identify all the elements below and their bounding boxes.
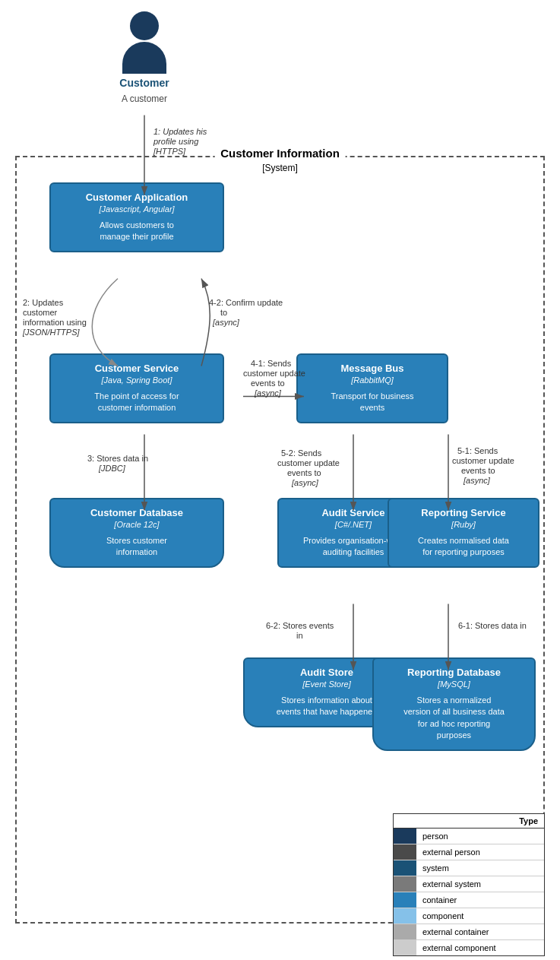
customer-service-box: Customer Service [Java, Spring Boot] The… bbox=[49, 353, 224, 423]
reporting-service-title: Reporting Service bbox=[397, 507, 530, 518]
message-bus-desc: Transport for business events bbox=[305, 391, 439, 414]
legend-color-ext-container bbox=[394, 924, 416, 939]
system-subtitle-text: [System] bbox=[262, 163, 298, 173]
reporting-service-desc: Creates normalised data for reporting pu… bbox=[397, 535, 530, 559]
svg-text:profile using: profile using bbox=[153, 137, 199, 146]
legend-color-system bbox=[394, 860, 416, 876]
legend-label-component: component bbox=[416, 910, 470, 922]
diagram-container: 1: Updates his profile using [HTTPS] 2: … bbox=[0, 0, 560, 960]
customer-app-box: Customer Application [Javascript, Angula… bbox=[49, 182, 224, 252]
customer-service-tech: [Java, Spring Boot] bbox=[59, 375, 215, 385]
system-title-text: Customer Information bbox=[220, 147, 340, 160]
legend-label-ext-system: external system bbox=[416, 878, 487, 890]
legend-label-container: container bbox=[416, 894, 463, 906]
customer-db-box: Customer Database [Oracle 12c] Stores cu… bbox=[49, 498, 224, 568]
legend-label-person: person bbox=[416, 830, 454, 842]
actor-name: Customer bbox=[119, 77, 169, 89]
legend-header: Type bbox=[394, 814, 544, 829]
message-bus-box: Message Bus [RabbitMQ] Transport for bus… bbox=[296, 353, 448, 423]
legend-color-container bbox=[394, 892, 416, 908]
legend-row-container: container bbox=[394, 892, 544, 908]
legend-label-ext-person: external person bbox=[416, 846, 486, 858]
actor-description: A customer bbox=[122, 93, 167, 104]
customer-app-title: Customer Application bbox=[59, 192, 215, 203]
actor-icon bbox=[122, 11, 166, 74]
reporting-db-tech: [MySQL] bbox=[381, 680, 527, 689]
reporting-db-title: Reporting Database bbox=[381, 667, 527, 678]
legend: Type person external person system exter… bbox=[393, 813, 545, 956]
legend-row-person: person bbox=[394, 829, 544, 844]
svg-text:1: Updates his: 1: Updates his bbox=[153, 127, 207, 136]
legend-color-ext-person bbox=[394, 844, 416, 860]
svg-text:[HTTPS]: [HTTPS] bbox=[153, 147, 186, 156]
legend-row-ext-container: external container bbox=[394, 924, 544, 940]
reporting-service-tech: [Ruby] bbox=[397, 520, 530, 529]
reporting-service-box: Reporting Service [Ruby] Creates normali… bbox=[388, 498, 539, 568]
legend-row-component: component bbox=[394, 908, 544, 924]
actor-section: Customer A customer bbox=[106, 11, 182, 104]
customer-db-title: Customer Database bbox=[59, 507, 215, 518]
legend-row-ext-person: external person bbox=[394, 844, 544, 860]
message-bus-title: Message Bus bbox=[305, 363, 439, 374]
legend-color-ext-system bbox=[394, 876, 416, 892]
legend-row-ext-component: external component bbox=[394, 940, 544, 955]
legend-color-component bbox=[394, 908, 416, 924]
legend-label-ext-container: external container bbox=[416, 926, 495, 938]
legend-row-system: system bbox=[394, 860, 544, 876]
legend-label-ext-component: external component bbox=[416, 942, 502, 954]
customer-service-title: Customer Service bbox=[59, 363, 215, 374]
customer-app-desc: Allows customers to manage their profile bbox=[59, 220, 215, 243]
reporting-db-desc: Stores a normalized version of all busin… bbox=[381, 695, 527, 742]
actor-head bbox=[130, 11, 159, 40]
customer-db-tech: [Oracle 12c] bbox=[59, 520, 215, 529]
legend-color-person bbox=[394, 829, 416, 844]
actor-body bbox=[122, 42, 166, 74]
full-diagram: 1: Updates his profile using [HTTPS] 2: … bbox=[8, 8, 552, 960]
reporting-db-box: Reporting Database [MySQL] Stores a norm… bbox=[372, 657, 536, 751]
legend-label-system: system bbox=[416, 862, 455, 874]
customer-db-desc: Stores customer information bbox=[59, 535, 215, 559]
legend-title-text: Type bbox=[519, 816, 538, 825]
customer-app-tech: [Javascript, Angular] bbox=[59, 204, 215, 214]
message-bus-tech: [RabbitMQ] bbox=[305, 375, 439, 385]
legend-color-ext-component bbox=[394, 940, 416, 955]
customer-service-desc: The point of access for customer informa… bbox=[59, 391, 215, 414]
legend-row-ext-system: external system bbox=[394, 876, 544, 892]
system-title-label: Customer Information [System] bbox=[214, 147, 346, 174]
